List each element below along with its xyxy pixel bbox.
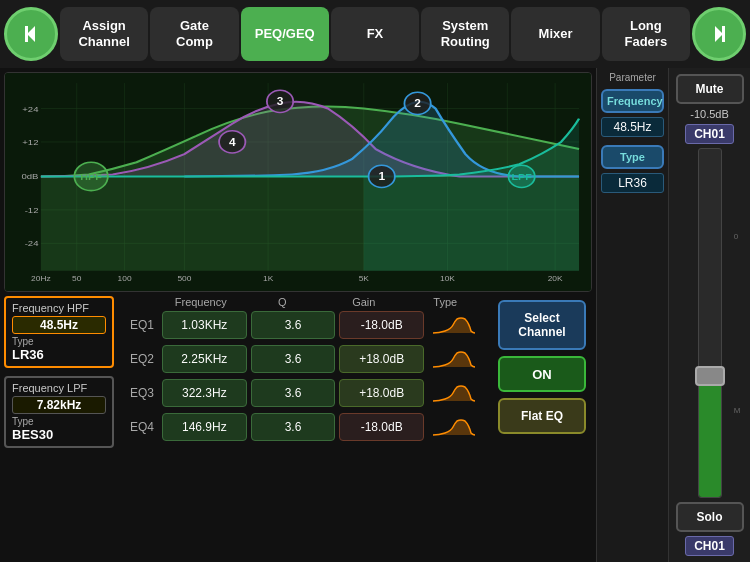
eq-graph[interactable]: +24 +12 0dB -12 -24 20Hz 50 100 500 1K 5… (4, 72, 592, 292)
eq1-freq[interactable]: 1.03KHz (162, 311, 247, 339)
frequency-button[interactable]: Frequency (601, 89, 664, 113)
eq1-gain[interactable]: -18.0dB (339, 311, 424, 339)
svg-text:20Hz: 20Hz (31, 274, 51, 282)
hpf-type-value: LR36 (12, 347, 106, 362)
eq3-type-icon (428, 379, 478, 407)
svg-rect-3 (722, 26, 725, 42)
eq2-freq[interactable]: 2.25KHz (162, 345, 247, 373)
main-area: +24 +12 0dB -12 -24 20Hz 50 100 500 1K 5… (0, 68, 750, 562)
eq-controls-area: Frequency HPF 48.5Hz Type LR36 Frequency… (4, 296, 592, 558)
fader-scale: 0 M (734, 149, 741, 497)
eq2-type-icon (428, 345, 478, 373)
transport-right-button[interactable] (692, 7, 746, 61)
svg-text:2: 2 (414, 98, 421, 109)
hpf-filter-box: Frequency HPF 48.5Hz Type LR36 (4, 296, 114, 368)
svg-rect-1 (25, 26, 28, 42)
eq4-gain[interactable]: -18.0dB (339, 413, 424, 441)
hpf-type-label: Type (12, 336, 106, 347)
eq2-gain[interactable]: +18.0dB (339, 345, 424, 373)
hpf-title: Frequency HPF (12, 302, 106, 314)
eq1-row: EQ1 1.03KHz 3.6 -18.0dB (118, 311, 488, 339)
svg-text:+12: +12 (22, 138, 38, 147)
fader-panel: Mute -10.5dB CH01 0 M Solo CH01 (668, 68, 750, 562)
eq2-q[interactable]: 3.6 (251, 345, 336, 373)
fader-track[interactable]: 0 M (698, 148, 722, 498)
left-panel: +24 +12 0dB -12 -24 20Hz 50 100 500 1K 5… (0, 68, 596, 562)
svg-text:-24: -24 (25, 239, 39, 248)
lpf-title: Frequency LPF (12, 382, 106, 394)
eq1-q[interactable]: 3.6 (251, 311, 336, 339)
lpf-type-label: Type (12, 416, 106, 427)
type-value-display: LR36 (601, 173, 664, 193)
eq3-gain[interactable]: +18.0dB (339, 379, 424, 407)
col-frequency: Frequency (160, 296, 242, 308)
eq1-type-icon (428, 311, 478, 339)
channel-bottom-label: CH01 (685, 536, 734, 556)
frequency-value-display: 48.5Hz (601, 117, 664, 137)
svg-text:20K: 20K (548, 274, 564, 282)
eq3-freq[interactable]: 322.3Hz (162, 379, 247, 407)
eq4-label: EQ4 (118, 420, 158, 434)
eq4-type-icon (428, 413, 478, 441)
svg-text:100: 100 (118, 274, 132, 282)
svg-text:500: 500 (177, 274, 191, 282)
col-q: Q (242, 296, 324, 308)
eq3-q[interactable]: 3.6 (251, 379, 336, 407)
on-button[interactable]: ON (498, 356, 586, 392)
hpf-frequency-value[interactable]: 48.5Hz (12, 316, 106, 334)
tab-long-faders[interactable]: Long Faders (602, 7, 690, 61)
select-channel-button[interactable]: Select Channel (498, 300, 586, 350)
type-button[interactable]: Type (601, 145, 664, 169)
eq3-row: EQ3 322.3Hz 3.6 +18.0dB (118, 379, 488, 407)
svg-text:1: 1 (378, 171, 385, 182)
parameter-section-label: Parameter (601, 72, 664, 83)
svg-text:50: 50 (72, 274, 81, 282)
svg-marker-0 (27, 26, 35, 42)
tab-fx[interactable]: FX (331, 7, 419, 61)
eq4-freq[interactable]: 146.9Hz (162, 413, 247, 441)
top-navigation: Assign Channel Gate Comp PEQ/GEQ FX Syst… (0, 0, 750, 68)
eq3-label: EQ3 (118, 386, 158, 400)
eq-table-header: Frequency Q Gain Type (118, 296, 488, 311)
mute-button[interactable]: Mute (676, 74, 744, 104)
col-type: Type (405, 296, 487, 308)
tab-peq-geq[interactable]: PEQ/GEQ (241, 7, 329, 61)
solo-button[interactable]: Solo (676, 502, 744, 532)
svg-text:5K: 5K (359, 274, 370, 282)
fader-level-indicator (699, 375, 721, 497)
tab-assign-channel[interactable]: Assign Channel (60, 7, 148, 61)
col-gain: Gain (323, 296, 405, 308)
transport-left-button[interactable] (4, 7, 58, 61)
filter-info-panel: Frequency HPF 48.5Hz Type LR36 Frequency… (4, 296, 114, 558)
fader-m-mark: M (734, 406, 741, 415)
svg-text:-12: -12 (25, 206, 39, 215)
eq2-label: EQ2 (118, 352, 158, 366)
svg-text:3: 3 (277, 96, 284, 107)
tab-gate-comp[interactable]: Gate Comp (150, 7, 238, 61)
svg-text:1K: 1K (263, 274, 274, 282)
fader-zero-mark: 0 (734, 232, 741, 241)
svg-text:+24: +24 (22, 104, 38, 113)
parameter-panel: Parameter Frequency 48.5Hz Type LR36 (596, 68, 668, 562)
svg-text:0dB: 0dB (21, 172, 38, 181)
eq2-row: EQ2 2.25KHz 3.6 +18.0dB (118, 345, 488, 373)
eq4-q[interactable]: 3.6 (251, 413, 336, 441)
tab-mixer[interactable]: Mixer (511, 7, 599, 61)
tab-system-routing[interactable]: System Routing (421, 7, 509, 61)
svg-text:HPF: HPF (80, 172, 102, 182)
svg-text:LPF: LPF (511, 172, 531, 182)
flat-eq-button[interactable]: Flat EQ (498, 398, 586, 434)
lpf-frequency-value[interactable]: 7.82kHz (12, 396, 106, 414)
svg-marker-2 (715, 26, 723, 42)
fader-handle[interactable] (695, 366, 725, 386)
lpf-filter-box: Frequency LPF 7.82kHz Type BES30 (4, 376, 114, 448)
lpf-type-value: BES30 (12, 427, 106, 442)
eq-table: Frequency Q Gain Type EQ1 1.03KHz 3.6 -1… (118, 296, 488, 558)
eq1-label: EQ1 (118, 318, 158, 332)
svg-text:10K: 10K (440, 274, 456, 282)
eq4-row: EQ4 146.9Hz 3.6 -18.0dB (118, 413, 488, 441)
db-display: -10.5dB (690, 108, 729, 120)
svg-text:4: 4 (229, 137, 237, 148)
channel-controls: Select Channel ON Flat EQ (492, 296, 592, 558)
channel-label: CH01 (685, 124, 734, 144)
